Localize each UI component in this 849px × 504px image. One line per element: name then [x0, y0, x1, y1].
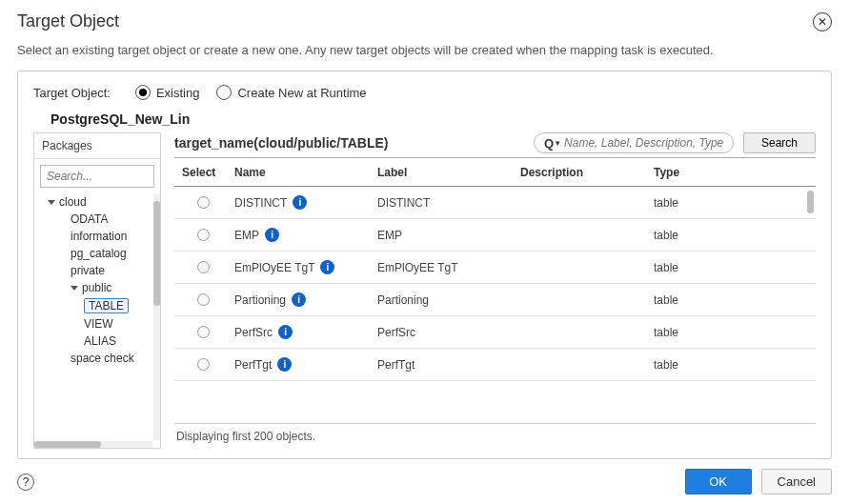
- tree-item[interactable]: pg_catalog: [34, 245, 152, 262]
- row-type: table: [646, 196, 751, 210]
- packages-heading: Packages: [34, 133, 160, 159]
- cancel-button[interactable]: Cancel: [761, 469, 832, 494]
- row-name: EmPlOyEE TgT: [234, 261, 314, 274]
- radio-icon: [216, 85, 232, 100]
- table-row[interactable]: PerfTgtiPerfTgttable: [174, 349, 816, 381]
- chevron-down-icon: ▾: [556, 138, 560, 148]
- objects-search-input[interactable]: [564, 136, 723, 150]
- table-row[interactable]: EmPlOyEE TgTiEmPlOyEE TgTtable: [174, 252, 816, 284]
- tree-item-label: cloud: [59, 195, 87, 209]
- row-radio[interactable]: [197, 196, 210, 209]
- row-radio[interactable]: [197, 358, 210, 371]
- caret-down-icon: [48, 200, 55, 205]
- col-select: Select: [174, 166, 227, 179]
- row-label: PerfTgt: [370, 358, 513, 372]
- objects-panel: target_name(cloud/public/TABLE) Q▾ Searc…: [174, 132, 816, 449]
- help-button[interactable]: ?: [17, 474, 34, 491]
- tree-item[interactable]: private: [34, 262, 152, 279]
- col-type: Type: [646, 166, 751, 179]
- tree-item[interactable]: space check: [34, 350, 152, 367]
- row-label: EmPlOyEE TgT: [370, 261, 513, 274]
- col-description: Description: [513, 166, 646, 179]
- row-name: EMP: [234, 229, 259, 242]
- radio-create-new[interactable]: Create New at Runtime: [216, 85, 366, 100]
- tree-item[interactable]: cloud: [34, 193, 152, 211]
- packages-panel: Packages cloudODATAinformationpg_catalog…: [33, 132, 161, 449]
- info-icon[interactable]: i: [292, 292, 306, 307]
- info-icon[interactable]: i: [265, 228, 279, 242]
- tree-item[interactable]: ALIAS: [34, 333, 152, 350]
- col-name: Name: [227, 166, 370, 179]
- col-label: Label: [370, 166, 513, 179]
- close-button[interactable]: ✕: [813, 12, 832, 31]
- row-radio[interactable]: [197, 293, 210, 306]
- row-type: table: [646, 326, 751, 339]
- objects-header: target_name(cloud/public/TABLE) Q▾ Searc…: [174, 132, 816, 153]
- tree-item-label: VIEW: [84, 317, 113, 331]
- tree-item[interactable]: VIEW: [34, 315, 152, 333]
- connection-name: PostgreSQL_New_Lin: [51, 111, 816, 127]
- info-icon[interactable]: i: [320, 260, 334, 274]
- close-icon: ✕: [818, 15, 827, 29]
- row-name: PerfTgt: [234, 358, 272, 372]
- row-type: table: [646, 358, 751, 372]
- tree-vertical-scrollbar[interactable]: [153, 193, 160, 440]
- tree-item-label: public: [82, 281, 111, 294]
- row-type: table: [646, 229, 751, 242]
- packages-search-wrap: [40, 165, 154, 188]
- tree-item-label: ODATA: [71, 212, 109, 226]
- tree-item-label: pg_catalog: [71, 247, 127, 260]
- radio-existing-label: Existing: [156, 86, 200, 100]
- info-icon[interactable]: i: [293, 195, 307, 210]
- tree-item-label: space check: [71, 352, 134, 365]
- packages-search-input[interactable]: [40, 165, 154, 188]
- row-radio[interactable]: [197, 229, 210, 241]
- tree-item[interactable]: TABLE: [34, 296, 152, 315]
- row-label: PerfSrc: [370, 326, 513, 339]
- row-label: Partioning: [370, 293, 513, 307]
- tree-item-label: information: [71, 230, 127, 243]
- search-button[interactable]: Search: [743, 132, 816, 153]
- ok-button[interactable]: OK: [685, 469, 752, 494]
- row-radio[interactable]: [197, 326, 210, 338]
- titlebar: Target Object ✕: [0, 0, 849, 39]
- row-label: EMP: [370, 229, 513, 242]
- table-row[interactable]: EMPiEMPtable: [174, 219, 816, 252]
- tree-item-label: ALIAS: [84, 334, 116, 348]
- objects-table: Select Name Label Description Type DISTI…: [174, 157, 816, 449]
- table-row[interactable]: PartioningiPartioningtable: [174, 284, 816, 316]
- row-type: table: [646, 261, 751, 274]
- radio-existing[interactable]: Existing: [135, 85, 200, 100]
- target-object-dialog: Target Object ✕ Select an existing targe…: [0, 0, 849, 504]
- help-icon: ?: [23, 475, 30, 489]
- tree-item[interactable]: public: [34, 279, 152, 296]
- row-name: PerfSrc: [234, 326, 273, 339]
- objects-search-box[interactable]: Q▾: [534, 132, 734, 153]
- target-object-options: Target Object: Existing Create New at Ru…: [33, 85, 816, 100]
- info-icon[interactable]: i: [278, 325, 293, 339]
- tree-item-label: TABLE: [84, 298, 129, 313]
- body-row: Packages cloudODATAinformationpg_catalog…: [33, 132, 816, 449]
- row-name: DISTINCT: [234, 196, 287, 210]
- dialog-title: Target Object: [17, 11, 119, 31]
- table-row[interactable]: PerfSrciPerfSrctable: [174, 316, 816, 349]
- tree-item[interactable]: information: [34, 228, 152, 245]
- radio-icon: [135, 85, 151, 100]
- table-header: Select Name Label Description Type: [174, 158, 816, 187]
- tree-item[interactable]: ODATA: [34, 211, 152, 228]
- info-icon[interactable]: i: [277, 357, 292, 372]
- objects-path: target_name(cloud/public/TABLE): [174, 135, 524, 151]
- table-footer: Displaying first 200 objects.: [174, 423, 816, 449]
- row-radio[interactable]: [197, 261, 210, 273]
- table-vertical-scrollbar[interactable]: [807, 191, 814, 213]
- tree-horizontal-scrollbar[interactable]: [34, 441, 152, 448]
- row-name: Partioning: [234, 293, 286, 307]
- table-body: DISTINCTiDISTINCTtableEMPiEMPtableEmPlOy…: [174, 187, 816, 423]
- row-label: DISTINCT: [370, 196, 513, 210]
- main-panel: Target Object: Existing Create New at Ru…: [17, 71, 832, 459]
- search-icon: Q: [544, 136, 554, 151]
- table-row[interactable]: DISTINCTiDISTINCTtable: [174, 187, 816, 219]
- radio-create-new-label: Create New at Runtime: [237, 86, 366, 100]
- caret-down-icon: [71, 286, 78, 291]
- tree-item-label: private: [71, 264, 105, 277]
